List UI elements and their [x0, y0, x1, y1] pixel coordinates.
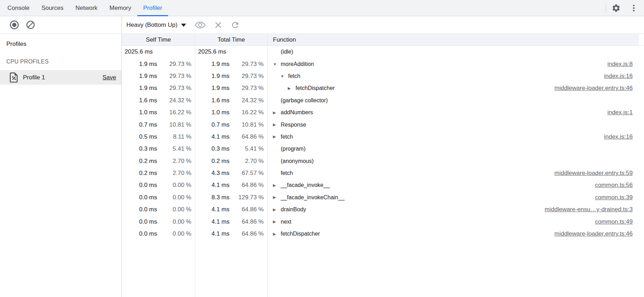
disclosure-triangle-icon[interactable]: ▶	[273, 232, 281, 236]
function-name: fetch	[288, 73, 300, 79]
source-link[interactable]: common.ts:56	[588, 182, 633, 189]
self-time-pct: 10.81 %	[160, 121, 195, 128]
total-time-cell: 1.9 ms29.73 %	[195, 85, 268, 92]
eye-icon[interactable]	[195, 21, 206, 29]
total-time-ms: 1.6 ms	[195, 97, 232, 104]
source-link[interactable]: common.ts:49	[588, 218, 633, 225]
tabbar-divider	[606, 4, 606, 13]
self-time-cell: 0.5 ms8.11 %	[122, 133, 195, 140]
kebab-menu-icon[interactable]	[629, 4, 638, 13]
total-time-cell: 4.1 ms64.86 %	[195, 206, 268, 213]
self-time-ms: 1.9 ms	[122, 73, 160, 80]
function-cell: (idle)	[268, 49, 644, 55]
total-time-pct: 29.73 %	[232, 85, 268, 92]
tab-memory[interactable]: Memory	[103, 0, 137, 16]
self-time-pct: 29.73 %	[160, 85, 195, 92]
total-time-cell: 2025.6 ms	[195, 48, 268, 55]
table-row[interactable]: 2025.6 ms2025.6 ms(idle)	[122, 46, 644, 58]
self-time-pct: 5.41 %	[160, 145, 195, 152]
scrollbar-gutter	[639, 34, 644, 46]
source-link[interactable]: middleware-loader.entry.ts:46	[547, 230, 633, 237]
profile-view-dropdown[interactable]: Heavy (Bottom Up)	[126, 22, 186, 29]
table-row[interactable]: 1.9 ms29.73 %1.9 ms29.73 %▶fetchDispatch…	[122, 82, 644, 94]
column-header-function[interactable]: Function	[268, 34, 639, 46]
table-row[interactable]: 0.0 ms0.00 %4.1 ms64.86 %▶nextcommon.ts:…	[122, 216, 644, 228]
table-row[interactable]: 0.2 ms2.70 %0.2 ms2.70 %(anonymous)	[122, 155, 644, 167]
self-time-cell: 0.7 ms10.81 %	[122, 121, 195, 128]
function-cell: ▶__facade_invoke__common.ts:56	[268, 182, 644, 189]
column-header-total-time[interactable]: Total Time	[195, 34, 268, 46]
source-link[interactable]: index.js:16	[597, 73, 633, 80]
self-time-ms: 0.0 ms	[122, 194, 160, 201]
table-row[interactable]: 0.3 ms5.41 %0.3 ms5.41 %(program)	[122, 143, 644, 155]
disclosure-triangle-icon[interactable]: ▶	[273, 110, 281, 115]
function-name: fetch	[281, 134, 293, 140]
disclosure-triangle-icon[interactable]: ▼	[273, 62, 281, 66]
profiler-toolbar-right: Heavy (Bottom Up)	[122, 16, 240, 34]
table-row[interactable]: 1.0 ms16.22 %1.0 ms16.22 %▶addNumbersind…	[122, 107, 644, 119]
total-time-ms: 4.1 ms	[195, 218, 232, 225]
refresh-icon[interactable]	[231, 20, 240, 30]
source-link[interactable]: index.js:16	[597, 133, 633, 140]
function-cell: ▶Response	[268, 122, 644, 128]
table-row[interactable]: 0.0 ms0.00 %8.3 ms129.73 %▶__facade_invo…	[122, 192, 644, 204]
self-time-cell: 0.0 ms0.00 %	[122, 218, 195, 225]
total-time-pct: 67.57 %	[232, 170, 268, 177]
clear-icon[interactable]	[26, 20, 35, 30]
table-row[interactable]: 0.7 ms10.81 %0.7 ms10.81 %▶Response	[122, 119, 644, 131]
function-name: Response	[281, 122, 306, 128]
self-time-cell: 2025.6 ms	[122, 48, 195, 55]
total-time-pct: 2.70 %	[232, 158, 268, 165]
tab-network[interactable]: Network	[70, 0, 103, 16]
tab-sources[interactable]: Sources	[35, 0, 69, 16]
table-row[interactable]: 0.0 ms0.00 %4.1 ms64.86 %▶drainBodymiddl…	[122, 204, 644, 216]
function-name: fetchDispatcher	[296, 85, 335, 91]
function-cell: ▶drainBodymiddleware-ensu…y-drained.ts:3	[268, 206, 644, 213]
source-link[interactable]: middleware-loader.entry.ts:46	[547, 85, 633, 92]
table-row[interactable]: 0.2 ms2.70 %4.3 ms67.57 %fetchmiddleware…	[122, 167, 644, 179]
disclosure-triangle-icon[interactable]: ▶	[288, 86, 296, 91]
record-icon[interactable]	[9, 20, 19, 30]
disclosure-triangle-icon[interactable]: ▶	[273, 207, 281, 212]
source-link[interactable]: middleware-loader.entry.ts:59	[547, 170, 633, 177]
total-time-pct: 64.86 %	[232, 182, 268, 189]
self-time-ms: 0.0 ms	[122, 206, 160, 213]
gear-icon[interactable]	[612, 4, 621, 13]
profiler-toolbar-left	[0, 16, 122, 34]
total-time-cell: 4.1 ms64.86 %	[195, 230, 268, 237]
disclosure-triangle-icon[interactable]: ▶	[273, 134, 281, 139]
total-time-pct: 10.81 %	[232, 121, 268, 128]
table-row[interactable]: 0.0 ms0.00 %4.1 ms64.86 %▶__facade_invok…	[122, 179, 644, 191]
close-icon[interactable]	[214, 21, 222, 29]
source-link[interactable]: index.js:1	[600, 109, 633, 116]
table-row[interactable]: 1.9 ms29.73 %1.9 ms29.73 %▼fetchindex.js…	[122, 70, 644, 82]
total-time-pct: 16.22 %	[232, 109, 268, 116]
table-row[interactable]: 1.6 ms24.32 %1.6 ms24.32 %(garbage colle…	[122, 95, 644, 107]
source-link[interactable]: index.js:8	[600, 61, 633, 68]
self-time-cell: 1.9 ms29.73 %	[122, 61, 195, 68]
sidebar-item-profile-1[interactable]: Profile 1 Save	[0, 70, 121, 85]
function-cell: ▶addNumbersindex.js:1	[268, 109, 644, 116]
disclosure-triangle-icon[interactable]: ▶	[273, 122, 281, 127]
disclosure-triangle-icon[interactable]: ▶	[273, 195, 281, 200]
function-cell: (garbage collector)	[268, 97, 644, 104]
function-name: (program)	[281, 146, 305, 152]
table-row[interactable]: 1.9 ms29.73 %1.9 ms29.73 %▼moreAdditioni…	[122, 58, 644, 70]
disclosure-triangle-icon[interactable]: ▶	[273, 183, 281, 188]
total-time-cell: 0.2 ms2.70 %	[195, 158, 268, 165]
table-row[interactable]: 0.5 ms8.11 %4.1 ms64.86 %▶fetchindex.js:…	[122, 131, 644, 143]
disclosure-triangle-icon[interactable]: ▼	[280, 74, 288, 78]
total-time-cell: 4.1 ms64.86 %	[195, 133, 268, 140]
total-time-ms: 2025.6 ms	[195, 48, 232, 55]
total-time-ms: 4.1 ms	[195, 133, 232, 140]
disclosure-triangle-icon[interactable]: ▶	[273, 219, 281, 224]
save-profile-link[interactable]: Save	[102, 74, 116, 81]
column-header-self-time[interactable]: Self Time	[122, 34, 195, 46]
tab-console[interactable]: Console	[1, 0, 35, 16]
source-link[interactable]: middleware-ensu…y-drained.ts:3	[538, 206, 633, 213]
total-time-ms: 1.0 ms	[195, 109, 232, 116]
source-link[interactable]: common.ts:39	[588, 194, 633, 201]
function-name: drainBody	[281, 206, 306, 213]
table-row[interactable]: 0.0 ms0.00 %4.1 ms64.86 %▶fetchDispatche…	[122, 228, 644, 240]
tab-profiler[interactable]: Profiler	[137, 0, 168, 16]
